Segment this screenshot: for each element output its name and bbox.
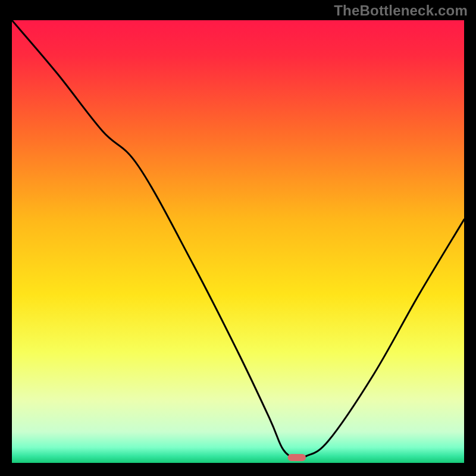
gradient-background: [12, 20, 464, 463]
watermark-text: TheBottleneck.com: [334, 2, 468, 19]
chart-plot-area: [12, 20, 464, 463]
chart-svg: [12, 20, 464, 463]
min-marker: [288, 454, 306, 461]
chart-frame: TheBottleneck.com: [0, 0, 476, 476]
